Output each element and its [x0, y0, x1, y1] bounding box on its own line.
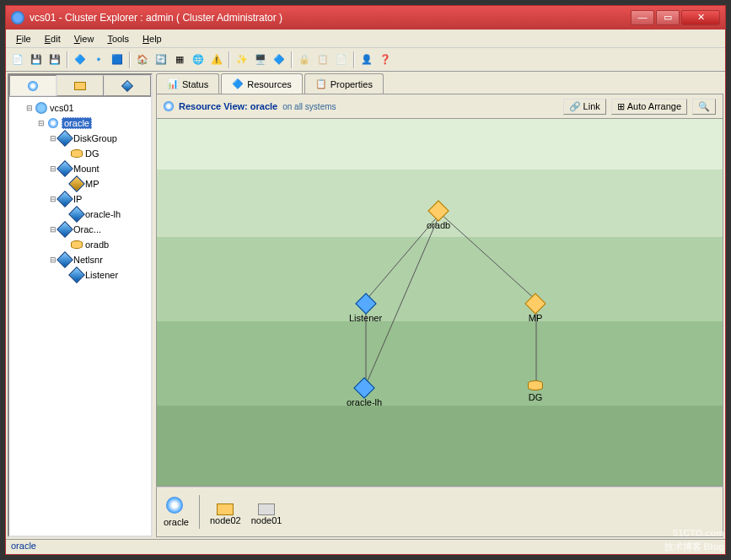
node-oradb[interactable]: oradb — [427, 203, 450, 230]
link-icon: 🔗 — [569, 101, 581, 112]
tab-resources[interactable]: 🔷Resources — [221, 73, 303, 94]
content-panel: 📊Status 🔷Resources 📋Properties Resource … — [156, 73, 723, 537]
tree-type-ip[interactable]: ⊟IP — [13, 191, 148, 207]
tool-paste-icon[interactable]: 📄 — [333, 51, 350, 68]
tool-sys-icon[interactable]: 🖥️ — [252, 51, 269, 68]
resource-canvas[interactable]: oradb Listener MP oracle-lh DG — [156, 119, 723, 487]
treetab-groups[interactable] — [9, 75, 56, 96]
tool-home-icon[interactable]: 🏠 — [134, 51, 151, 68]
tree-group-oracle[interactable]: ⊟oracle — [13, 116, 148, 131]
menu-file[interactable]: File — [9, 32, 38, 46]
tree-res-listener[interactable]: Listener — [13, 267, 148, 283]
status-node02[interactable]: node02 — [210, 499, 241, 525]
tree-type-netlsnr[interactable]: ⊟Netlsnr — [13, 252, 148, 267]
tab-status[interactable]: 📊Status — [156, 73, 219, 94]
titlebar[interactable]: vcs01 - Cluster Explorer : admin ( Clust… — [6, 6, 725, 30]
svg-line-1 — [440, 213, 536, 300]
tree-cluster[interactable]: ⊟vcs01 — [13, 100, 148, 116]
view-icon — [164, 101, 174, 111]
tool-user-icon[interactable]: 👤 — [358, 51, 375, 68]
tree-type-diskgroup[interactable]: ⊟DiskGroup — [13, 131, 148, 146]
tool-wand-icon[interactable]: ✨ — [234, 51, 250, 68]
node-dg[interactable]: DG — [528, 380, 543, 402]
toolbar: 📄 💾 💾 🔷 🔹 🟦 🏠 🔄 ▦ 🌐 ⚠️ ✨ 🖥️ 🔷 🔒 📋 📄 👤 ❓ — [6, 48, 725, 72]
tool-addsys-icon[interactable]: 🟦 — [109, 51, 126, 68]
tree-panel: ⊟vcs01 ⊟oracle ⊟DiskGroup DG ⊟Mount MP ⊟… — [8, 73, 153, 537]
view-title: Resource View: oracle — [179, 101, 277, 111]
menu-help[interactable]: Help — [136, 32, 169, 46]
node-listener[interactable]: Listener — [349, 296, 382, 323]
close-button[interactable]: ✕ — [681, 10, 720, 25]
app-icon — [11, 11, 24, 24]
tree-type-oracle[interactable]: ⊟Orac... — [13, 222, 148, 237]
view-subtitle: on all systems — [282, 102, 336, 111]
menubar: File Edit View Tools Help — [6, 30, 725, 48]
dependency-lines — [157, 119, 723, 486]
tool-save2-icon[interactable]: 💾 — [46, 51, 63, 68]
menu-tools[interactable]: Tools — [100, 32, 136, 46]
tool-grid-icon[interactable]: ▦ — [171, 51, 188, 68]
tool-save-icon[interactable]: 💾 — [28, 51, 45, 68]
tab-properties[interactable]: 📋Properties — [304, 73, 384, 94]
arrange-icon: ⊞ — [617, 101, 625, 112]
tool-addgroup-icon[interactable]: 🔷 — [72, 51, 89, 68]
tool-copy-icon[interactable]: 📋 — [314, 51, 331, 68]
menu-view[interactable]: View — [67, 32, 101, 46]
app-window: vcs01 - Cluster Explorer : admin ( Clust… — [5, 5, 726, 555]
node-mp[interactable]: MP — [528, 296, 543, 323]
tool-addres-icon[interactable]: 🔹 — [90, 51, 107, 68]
view-header: Resource View: oracle on all systems 🔗Li… — [156, 94, 723, 119]
treetab-types[interactable] — [104, 75, 151, 96]
link-button[interactable]: 🔗Link — [563, 99, 606, 115]
tool-help-icon[interactable]: ❓ — [377, 51, 394, 68]
tool-new-icon[interactable]: 📄 — [9, 51, 26, 68]
statusbar: oracle — [6, 539, 725, 554]
menu-edit[interactable]: Edit — [38, 32, 67, 46]
tool-globe-icon[interactable]: 🌐 — [190, 51, 207, 68]
tree-res-dg[interactable]: DG — [13, 146, 148, 161]
status-node01[interactable]: node01 — [251, 499, 282, 525]
tool-refresh-icon[interactable]: 🔄 — [153, 51, 169, 68]
tree-res-oradb[interactable]: oradb — [13, 237, 148, 252]
tool-cluster-icon[interactable]: 🔷 — [271, 51, 288, 68]
window-title: vcs01 - Cluster Explorer : admin ( Clust… — [30, 12, 631, 24]
system-status-row: oracle node02 node01 — [156, 487, 723, 537]
status-oracle[interactable]: oracle — [164, 497, 189, 527]
tree-res-oraclelh[interactable]: oracle-lh — [13, 207, 148, 222]
tree-res-mp[interactable]: MP — [13, 176, 148, 191]
tool-warn-icon[interactable]: ⚠️ — [208, 51, 225, 68]
tree[interactable]: ⊟vcs01 ⊟oracle ⊟DiskGroup DG ⊟Mount MP ⊟… — [9, 97, 151, 536]
auto-arrange-button[interactable]: ⊞Auto Arrange — [611, 99, 687, 115]
tree-type-mount[interactable]: ⊟Mount — [13, 161, 148, 176]
minimize-button[interactable]: — — [631, 10, 654, 25]
zoom-icon: 🔍 — [698, 101, 710, 112]
treetab-systems[interactable] — [56, 75, 104, 96]
maximize-button[interactable]: ▭ — [656, 10, 680, 25]
node-oraclelh[interactable]: oracle-lh — [347, 380, 382, 407]
zoom-button[interactable]: 🔍 — [692, 99, 716, 115]
tool-lock-icon[interactable]: 🔒 — [296, 51, 313, 68]
